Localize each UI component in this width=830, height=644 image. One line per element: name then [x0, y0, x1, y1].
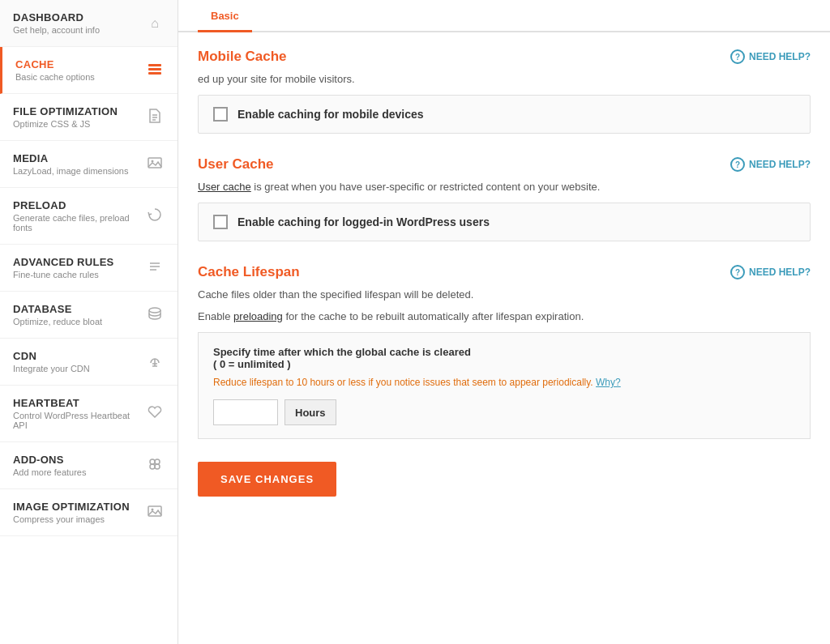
sidebar-item-cdn[interactable]: CDN Integrate your CDN [0, 339, 178, 386]
user-cache-help-icon: ? [730, 157, 745, 172]
svg-rect-7 [148, 158, 161, 168]
sidebar-item-image-optimization[interactable]: IMAGE OPTIMIZATION Compress your images [0, 489, 178, 536]
lifespan-why-link[interactable]: Why? [596, 377, 621, 388]
advanced-rules-icon [145, 258, 165, 278]
mobile-cache-header: Mobile Cache ? NEED HELP? [198, 49, 811, 65]
sidebar-item-cache[interactable]: CACHE Basic cache options [0, 47, 178, 94]
cache-lifespan-desc2: Enable preloading for the cache to be re… [198, 310, 811, 322]
mobile-cache-section: Mobile Cache ? NEED HELP? ed up your sit… [198, 49, 811, 134]
tab-basic[interactable]: Basic [198, 0, 252, 32]
user-cache-title: User Cache [198, 156, 274, 173]
cache-icon [145, 61, 165, 80]
lifespan-box-title: Specify time after which the global cach… [213, 346, 795, 370]
cache-lifespan-section: Cache Lifespan ? NEED HELP? Cache files … [198, 264, 811, 439]
home-icon: ⌂ [145, 16, 165, 31]
sidebar-item-database[interactable]: DATABASE Optimize, reduce bloat [0, 292, 178, 339]
cache-lifespan-title: Cache Lifespan [198, 264, 300, 280]
svg-rect-20 [148, 506, 161, 516]
mobile-cache-option-box: Enable caching for mobile devices [198, 95, 811, 134]
svg-rect-2 [148, 72, 161, 75]
user-cache-checkbox-row: Enable caching for logged-in WordPress u… [213, 215, 795, 229]
sidebar-item-heartbeat[interactable]: HEARTBEAT Control WordPress Heartbeat AP… [0, 386, 178, 442]
mobile-cache-help-link[interactable]: ? NEED HELP? [730, 49, 811, 64]
svg-point-8 [152, 160, 154, 162]
user-cache-option-box: Enable caching for logged-in WordPress u… [198, 203, 811, 241]
hours-row: Hours [213, 399, 795, 425]
sidebar-item-dashboard[interactable]: DASHBOARD Get help, account info ⌂ [0, 0, 178, 47]
database-icon [145, 305, 165, 325]
sidebar-item-add-ons[interactable]: ADD-ONS Add more features [0, 442, 178, 489]
hours-input[interactable] [213, 399, 278, 425]
user-cache-checkbox-label: Enable caching for logged-in WordPress u… [237, 215, 490, 228]
mobile-cache-help-icon: ? [730, 49, 745, 64]
user-cache-link[interactable]: User cache [198, 181, 251, 193]
image-optimization-icon [145, 503, 165, 522]
mobile-cache-desc: ed up your site for mobile visitors. [198, 73, 811, 85]
svg-rect-0 [148, 64, 161, 66]
user-cache-desc: User cache is great when you have user-s… [198, 181, 811, 193]
svg-point-19 [155, 464, 160, 469]
cache-lifespan-desc1: Cache files older than the specified lif… [198, 288, 811, 301]
sidebar-item-preload[interactable]: PRELOAD Generate cache files, preload fo… [0, 188, 178, 245]
cdn-icon [145, 352, 165, 372]
file-optimization-icon [145, 108, 165, 127]
svg-point-12 [149, 308, 160, 313]
sidebar-item-media[interactable]: MEDIA LazyLoad, image dimensions [0, 141, 178, 188]
mobile-cache-checkbox[interactable] [213, 107, 228, 122]
user-cache-checkbox[interactable] [213, 215, 228, 229]
hours-label: Hours [285, 399, 336, 425]
cache-lifespan-help-link[interactable]: ? NEED HELP? [730, 265, 811, 279]
sidebar-item-file-optimization[interactable]: FILE OPTIMIZATION Optimize CSS & JS [0, 94, 178, 141]
lifespan-hint: Reduce lifespan to 10 hours or less if y… [213, 377, 795, 388]
svg-point-21 [152, 508, 154, 510]
tab-bar: Basic [178, 0, 830, 32]
main-content: Basic Mobile Cache ? NEED HELP? ed up yo… [178, 0, 830, 644]
svg-point-18 [150, 464, 155, 469]
save-changes-button[interactable]: SAVE CHANGES [198, 462, 336, 497]
cache-lifespan-header: Cache Lifespan ? NEED HELP? [198, 264, 811, 280]
preloading-link[interactable]: preloading [233, 310, 283, 322]
preload-icon [145, 207, 165, 226]
user-cache-section: User Cache ? NEED HELP? User cache is gr… [198, 156, 811, 241]
add-ons-icon [145, 456, 165, 476]
mobile-cache-checkbox-label: Enable caching for mobile devices [237, 108, 424, 121]
user-cache-help-label: NEED HELP? [749, 159, 811, 170]
sidebar: DASHBOARD Get help, account info ⌂ CACHE… [0, 0, 178, 644]
mobile-cache-title: Mobile Cache [198, 49, 287, 65]
svg-point-16 [150, 459, 155, 464]
cache-lifespan-box: Specify time after which the global cach… [198, 332, 811, 439]
mobile-cache-checkbox-row: Enable caching for mobile devices [213, 107, 795, 122]
svg-point-17 [155, 459, 160, 464]
user-cache-help-link[interactable]: ? NEED HELP? [730, 157, 811, 172]
heartbeat-icon [145, 404, 165, 424]
cache-lifespan-help-icon: ? [730, 265, 745, 279]
mobile-cache-help-label: NEED HELP? [749, 51, 811, 62]
media-icon [145, 155, 165, 174]
sidebar-item-advanced-rules[interactable]: ADVANCED RULES Fine-tune cache rules [0, 245, 178, 292]
user-cache-header: User Cache ? NEED HELP? [198, 156, 811, 173]
svg-rect-1 [148, 68, 161, 70]
cache-lifespan-help-label: NEED HELP? [749, 267, 811, 278]
